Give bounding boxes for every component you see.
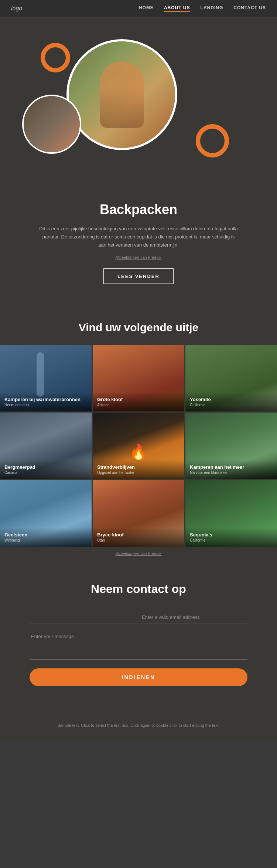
grid-overlay-bryce: Bryce-kloof Utah xyxy=(93,528,184,547)
submit-button[interactable]: INDIENEN xyxy=(30,668,247,686)
orange-ring-topleft xyxy=(41,43,70,72)
grid-overlay-beach: Geelsteen Wyoming xyxy=(0,528,92,547)
grid-sub-lake: Ga voor een klassieker xyxy=(190,471,273,475)
grid-sub-canyon: Arizona xyxy=(97,403,180,407)
lees-verder-button[interactable]: LEES VERDER xyxy=(103,268,174,284)
grid-item-lake[interactable]: Kamperen aan het meer Ga voor een klassi… xyxy=(185,413,277,479)
navigation: logo HOME ABOUT US LANDING CONTACT US xyxy=(0,0,277,17)
grid-item-bryce[interactable]: Bryce-kloof Utah xyxy=(93,480,184,547)
grid-item-sequoia[interactable]: Sequoia's Californie xyxy=(185,480,277,547)
hero-circles xyxy=(11,35,266,169)
contact-section: Neem contact op INDIENEN xyxy=(0,560,277,716)
grid-title-sequoia: Sequoia's xyxy=(190,532,273,538)
nav-links: HOME ABOUT US LANDING CONTACT US xyxy=(139,5,266,12)
nav-contact[interactable]: CONTACT US xyxy=(233,5,266,12)
hero-text-section: Backpacken Dit is een zeer pijnlijke bes… xyxy=(0,191,277,303)
contact-title: Neem contact op xyxy=(30,582,247,596)
grid-title-waterfall: Kamperen bij warmwaterbronnen xyxy=(4,397,87,402)
contact-form: INDIENEN xyxy=(30,611,247,686)
grid-sub-waterfall: Neem een duik xyxy=(4,403,87,407)
grid-overlay-yosemite: Yosemite Californie xyxy=(185,392,277,411)
grid-item-mountain[interactable]: Bergmeerpad Canada xyxy=(0,413,92,479)
destination-grid: Kamperen bij warmwaterbronnen Neem een d… xyxy=(0,345,277,547)
hero-title: Backpacken xyxy=(22,202,255,217)
grid-overlay-canyon: Grote kloof Arizona xyxy=(93,392,184,411)
footer-note: Sample text. Click to select the text bo… xyxy=(0,716,277,739)
grid-sub-yosemite: Californie xyxy=(190,403,273,407)
small-circle-photo xyxy=(22,95,81,154)
small-photo-content xyxy=(24,96,80,152)
grid-sub-mountain: Canada xyxy=(4,471,87,475)
grid-item-waterfall[interactable]: Kamperen bij warmwaterbronnen Neem een d… xyxy=(0,345,92,411)
vind-section: Vind uw volgende uitje Kamperen bij warm… xyxy=(0,303,277,560)
hero-section xyxy=(0,17,277,191)
grid-sub-fire: Opgezet aan het water xyxy=(97,471,180,475)
grid-overlay-lake: Kamperen aan het meer Ga voor een klassi… xyxy=(185,460,277,479)
nav-about[interactable]: ABOUT US xyxy=(164,5,190,12)
message-textarea[interactable] xyxy=(30,630,247,660)
name-input[interactable] xyxy=(30,611,137,624)
nav-home[interactable]: HOME xyxy=(139,5,154,12)
form-row-top xyxy=(30,611,247,630)
grid-item-yosemite[interactable]: Yosemite Californie xyxy=(185,345,277,411)
grid-title-lake: Kamperen aan het meer xyxy=(190,464,273,470)
footer-text: Sample text. Click to select the text bo… xyxy=(57,723,220,728)
grid-item-fire[interactable]: Strandverblijven Opgezet aan het water xyxy=(93,413,184,479)
grid-sub-beach: Wyoming xyxy=(4,538,87,542)
grid-overlay-waterfall: Kamperen bij warmwaterbronnen Neem een d… xyxy=(0,392,92,411)
hero-description: Dit is een zeer pijnlijke beschuldiging … xyxy=(39,225,238,249)
logo: logo xyxy=(11,5,22,12)
grid-title-mountain: Bergmeerpad xyxy=(4,464,87,470)
grid-item-canyon[interactable]: Grote kloof Arizona xyxy=(93,345,184,411)
vind-title: Vind uw volgende uitje xyxy=(0,321,277,334)
grid-overlay-mountain: Bergmeerpad Canada xyxy=(0,460,92,479)
hero-credit[interactable]: Afbeeldingen van Freepik xyxy=(22,255,255,260)
email-input[interactable] xyxy=(140,611,247,624)
main-circle-photo xyxy=(66,39,177,150)
grid-title-bryce: Bryce-kloof xyxy=(97,532,180,538)
grid-title-yosemite: Yosemite xyxy=(190,397,273,402)
grid-title-fire: Strandverblijven xyxy=(97,464,180,470)
grid-overlay-sequoia: Sequoia's Californie xyxy=(185,528,277,547)
grid-overlay-fire: Strandverblijven Opgezet aan het water xyxy=(93,460,184,479)
grid-title-canyon: Grote kloof xyxy=(97,397,180,402)
nav-landing[interactable]: LANDING xyxy=(201,5,223,12)
grid-title-beach: Geelsteen xyxy=(4,532,87,538)
grid-sub-bryce: Utah xyxy=(97,538,180,542)
grid-item-beach[interactable]: Geelsteen Wyoming xyxy=(0,480,92,547)
main-photo-content xyxy=(69,41,175,148)
orange-ring-bottomright xyxy=(196,124,229,157)
grid-sub-sequoia: Californie xyxy=(190,538,273,542)
grid-credit[interactable]: Afbeeldingen van Freepik xyxy=(0,547,277,560)
